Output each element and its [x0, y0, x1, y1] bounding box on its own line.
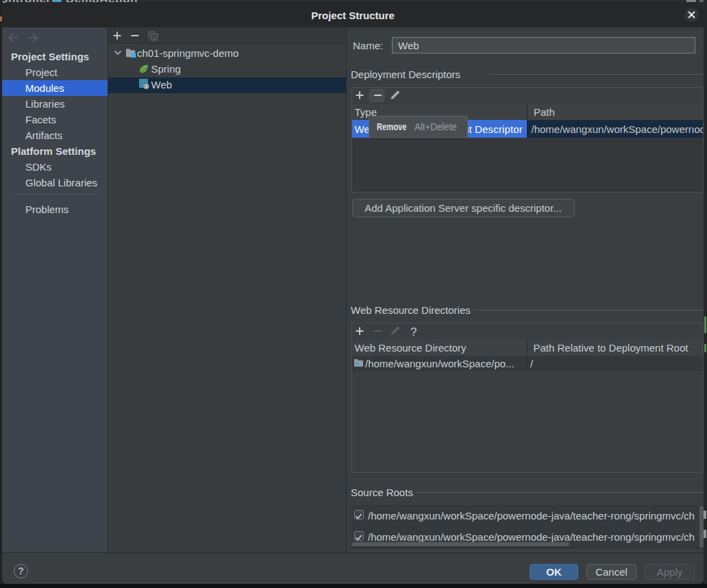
svg-text:?: ?: [410, 326, 417, 338]
